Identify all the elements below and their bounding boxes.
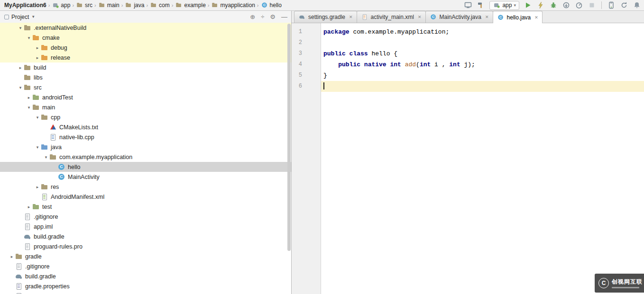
tree-item-test[interactable]: ▸test	[0, 202, 291, 212]
hide-panel-icon[interactable]: —	[281, 14, 287, 20]
tree-item-androidmanifest-xml[interactable]: AndroidManifest.xml	[0, 192, 291, 202]
stop-icon[interactable]	[588, 1, 596, 9]
breadcrumb-item-com[interactable]: com	[149, 1, 170, 9]
tree-item-main[interactable]: ▾main	[0, 102, 291, 112]
chevron-expanded-icon[interactable]: ▾	[26, 36, 32, 40]
breadcrumb-item-myapplication6[interactable]: MyApplication6	[4, 2, 47, 9]
tree-item-cmake[interactable]: ▾cmake	[0, 33, 291, 43]
tab-close-icon[interactable]: ✕	[349, 15, 353, 19]
chevron-expanded-icon[interactable]: ▾	[17, 85, 24, 90]
folder-icon	[24, 84, 31, 91]
build-hammer-icon[interactable]	[477, 1, 485, 9]
gradle-sync-icon[interactable]	[620, 1, 628, 9]
run-config-selector[interactable]: app ▾	[489, 1, 519, 10]
tab-close-icon[interactable]: ✕	[418, 15, 422, 19]
tree-item-cpp[interactable]: ▾cpp	[0, 112, 291, 122]
tree-item-label: release	[51, 54, 70, 61]
run-icon[interactable]	[524, 1, 532, 9]
breadcrumb-item-src[interactable]: src	[75, 1, 93, 9]
settings-gear-icon[interactable]: ⚙	[270, 14, 276, 20]
chevron-expanded-icon[interactable]: ▾	[34, 115, 41, 120]
attach-debugger-icon[interactable]	[562, 1, 570, 9]
chevron-collapsed-icon[interactable]: ▸	[26, 95, 32, 100]
line-number[interactable]: 2	[292, 37, 302, 48]
tree-item-proguard-rules-pro[interactable]: proguard-rules.pro	[0, 241, 291, 251]
breadcrumb-item-java[interactable]: java	[124, 1, 145, 9]
tree-item-gitignore[interactable]: .gitignore	[0, 261, 291, 271]
tree-item-mainactivity[interactable]: MainActivity	[0, 172, 291, 182]
tree-item-debug[interactable]: ▸debug	[0, 43, 291, 53]
apply-changes-icon[interactable]	[536, 1, 545, 9]
chevron-expanded-icon[interactable]: ▾	[43, 155, 49, 160]
folder-icon	[176, 2, 182, 8]
line-number[interactable]: 5	[292, 70, 302, 81]
code-line-4[interactable]: public native int add(int i , int j);	[321, 59, 644, 70]
tree-item-hello[interactable]: hello	[0, 162, 291, 172]
code-line-6[interactable]	[321, 81, 644, 92]
chevron-collapsed-icon[interactable]: ▸	[34, 185, 41, 189]
tree-item-label: build.gradle	[25, 273, 56, 280]
tree-item-build-gradle[interactable]: build.gradle	[0, 232, 291, 241]
breadcrumb-item-myapplication[interactable]: myapplication	[211, 1, 255, 9]
locate-icon[interactable]: ⊕	[250, 14, 255, 20]
tree-item-build-gradle[interactable]: build.gradle	[0, 271, 291, 281]
code-token: package	[323, 28, 350, 36]
layout-editor-icon[interactable]	[464, 1, 472, 9]
chevron-down-icon[interactable]: ▼	[31, 15, 35, 19]
code-line-3[interactable]: public class hello {	[321, 48, 644, 59]
breadcrumb-item-example[interactable]: example	[175, 1, 206, 9]
breadcrumb-item-hello[interactable]: hello	[260, 1, 282, 9]
line-number[interactable]: 3	[292, 48, 302, 59]
tab-hello-java[interactable]: hello.java✕	[493, 11, 543, 23]
chevron-expanded-icon[interactable]: ▾	[34, 145, 41, 150]
tab-close-icon[interactable]: ✕	[534, 15, 538, 20]
code-line-5[interactable]: }	[321, 70, 644, 81]
tree-item-gitignore[interactable]: .gitignore	[0, 212, 291, 222]
line-number[interactable]: 6	[292, 81, 302, 92]
tree-item-build[interactable]: ▸build	[0, 62, 291, 72]
chevron-collapsed-icon[interactable]: ▸	[34, 45, 41, 50]
line-number[interactable]: 4	[292, 59, 302, 70]
line-number[interactable]: 1	[292, 27, 302, 37]
tab-close-icon[interactable]: ✕	[485, 15, 489, 19]
code-line-1[interactable]: package com.example.myapplication;	[321, 27, 644, 37]
tree-item-cmakelists-txt[interactable]: CMakeLists.txt	[0, 122, 291, 132]
folder-icon	[24, 74, 31, 81]
tree-item-com-example-myapplication[interactable]: ▾com.example.myapplication	[0, 152, 291, 162]
chevron-collapsed-icon[interactable]: ▸	[9, 254, 15, 259]
tab-mainactivity-java[interactable]: MainActivity.java✕	[425, 11, 493, 23]
tree-item-externalnativebuild[interactable]: ▾.externalNativeBuild	[0, 23, 291, 33]
breadcrumb-item-app[interactable]: app	[51, 1, 71, 9]
tree-item-src[interactable]: ▾src	[0, 82, 291, 92]
chevron-collapsed-icon[interactable]: ▸	[26, 205, 32, 209]
tree-item-gradle[interactable]: ▸gradle	[0, 251, 291, 261]
notifications-icon[interactable]	[633, 1, 641, 9]
view-options-icon[interactable]: ÷	[261, 14, 264, 20]
project-panel-title[interactable]: Project	[11, 14, 29, 20]
project-scrollbar-thumb[interactable]	[287, 24, 291, 251]
tree-item-androidtest[interactable]: ▸androidTest	[0, 92, 291, 102]
tree-item-libs[interactable]: libs	[0, 72, 291, 82]
tree-item-native-lib-cpp[interactable]: native-lib.cpp	[0, 132, 291, 142]
tab-settings-gradle[interactable]: settings.gradle✕	[294, 11, 357, 23]
breadcrumb-item-main[interactable]: main	[98, 1, 120, 9]
tree-item-gradlew[interactable]: gradlew	[0, 291, 291, 294]
debug-icon[interactable]	[549, 1, 558, 9]
tree-item-gradle-properties[interactable]: gradle.properties	[0, 281, 291, 291]
chevron-expanded-icon[interactable]: ▾	[17, 26, 24, 30]
profiler-icon[interactable]	[575, 1, 583, 9]
tree-item-res[interactable]: ▸res	[0, 182, 291, 192]
toolbar: app ▾	[464, 1, 642, 10]
tab-activity-main-xml[interactable]: activity_main.xml✕	[357, 11, 426, 23]
device-manager-icon[interactable]	[607, 1, 616, 9]
editor-code[interactable]: package com.example.myapplication;public…	[321, 23, 644, 294]
code-line-2[interactable]	[321, 37, 644, 48]
chevron-expanded-icon[interactable]: ▾	[26, 105, 32, 110]
tree-item-java[interactable]: ▾java	[0, 142, 291, 152]
chevron-collapsed-icon[interactable]: ▸	[34, 55, 41, 60]
chevron-collapsed-icon[interactable]: ▸	[17, 65, 24, 70]
tree-item-app-iml[interactable]: app.iml	[0, 222, 291, 232]
code-token	[323, 61, 338, 68]
editor[interactable]: 123456 package com.example.myapplication…	[292, 23, 644, 294]
tree-item-release[interactable]: ▸release	[0, 53, 291, 62]
